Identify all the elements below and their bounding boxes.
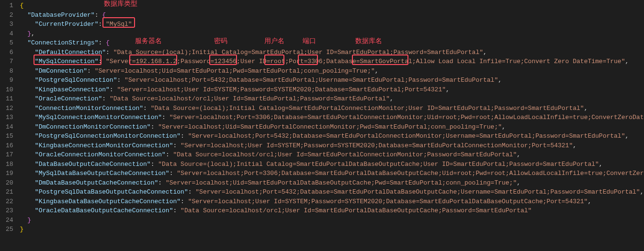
json-value: "Server=localhost;Uid=SmartEduPortalConn… <box>158 123 502 131</box>
json-key: "KingbaseConnectionMonitorConnection" <box>35 142 173 149</box>
code-editor[interactable]: 1234567891011121314151617181920212223242… <box>0 0 644 235</box>
code-line[interactable]: "DmDataBaseOutputCacheConnection": "Serv… <box>20 178 644 188</box>
json-key: "DefaultConnection" <box>35 49 106 56</box>
line-number: 16 <box>6 141 13 151</box>
code-line[interactable]: "CurrentProvider": "MySql" <box>20 20 644 29</box>
code-line[interactable]: "OracleConnection": "Data Source=localho… <box>20 94 644 104</box>
json-value: "Server=localhost;Port=5432;Database=Sma… <box>124 76 498 84</box>
json-value: "Server=localhost;User Id=SYSTEM;Passwor… <box>188 198 588 205</box>
json-key: "DmDataBaseOutputCacheConnection" <box>35 179 158 186</box>
code-line[interactable]: "OracleConnectionMonitorConnection": "Da… <box>20 150 644 160</box>
line-number: 17 <box>6 150 13 160</box>
json-key: "DmConnection" <box>35 67 87 75</box>
json-value: "Data Source=localhost/orcl;User Id=Smar… <box>110 95 390 102</box>
code-line[interactable]: "DmConnection": "Server=localhost;Uid=Sm… <box>20 66 644 76</box>
code-line[interactable]: "KingbaseConnection": "Server=localhost;… <box>20 85 644 95</box>
json-key: "DmConnectionMonitorConnection" <box>35 123 151 131</box>
code-line[interactable]: "KingbaseConnectionMonitorConnection": "… <box>20 141 644 151</box>
line-number: 9 <box>6 76 13 85</box>
json-value: "Data Source=(local);Initial Catalog=Sma… <box>151 105 584 112</box>
json-key: "PostgreSqlConnection" <box>35 76 117 84</box>
code-line[interactable]: "OracleDataBaseOutputCacheConnection": "… <box>20 206 644 216</box>
code-line[interactable]: "DmConnectionMonitorConnection": "Server… <box>20 122 644 132</box>
json-key: "KingbaseConnection" <box>35 86 110 93</box>
line-number: 22 <box>6 197 13 207</box>
code-line[interactable]: "ConnectionStrings": { <box>20 38 644 48</box>
json-key: "MySqlConnectionMonitorConnection" <box>35 114 162 121</box>
line-number: 3 <box>6 20 13 29</box>
brace: } <box>27 217 31 224</box>
brace: { <box>20 2 24 9</box>
json-key: "DataBaseOutputCacheConnection" <box>35 161 151 168</box>
line-number: 13 <box>6 113 13 122</box>
line-number: 19 <box>6 169 13 178</box>
line-number: 21 <box>6 187 13 197</box>
code-line[interactable]: "DefaultConnection": "Data Source=(local… <box>20 48 644 57</box>
line-number: 18 <box>6 160 13 169</box>
line-number: 8 <box>6 66 13 76</box>
json-value: "Server=localhost;Port=5432;Database=Sma… <box>195 188 640 196</box>
line-number: 15 <box>6 131 13 141</box>
json-key: "MySqlConnection" <box>35 58 99 65</box>
line-number: 10 <box>6 85 13 95</box>
json-value: "MySql" <box>106 21 132 28</box>
code-line[interactable]: "MySqlConnectionMonitorConnection": "Ser… <box>20 113 644 122</box>
brace: } <box>20 226 24 233</box>
json-value: "Server=localhost;User Id=SYSTEM;Passwor… <box>181 142 573 149</box>
code-line[interactable]: "PostgreSqlDataBaseOutputCacheConnection… <box>20 187 644 197</box>
code-line[interactable]: "PostgreSqlConnectionMonitorConnection":… <box>20 131 644 141</box>
json-key: "DatabaseProvider" <box>27 11 94 19</box>
line-number: 5 <box>6 38 13 48</box>
line-number: 2 <box>6 11 13 20</box>
line-number: 1 <box>6 1 13 11</box>
json-value: "Data Source=localhost/orcl;User Id=Smar… <box>181 207 531 214</box>
json-key: "ConnectionStrings" <box>27 39 98 46</box>
json-key: "CurrentProvider" <box>35 21 99 28</box>
line-number: 7 <box>6 57 13 66</box>
line-number-gutter: 1234567891011121314151617181920212223242… <box>0 0 20 235</box>
line-number: 4 <box>6 29 13 39</box>
code-line[interactable]: } <box>20 216 644 225</box>
json-key: "MySqlDataBaseOutputCacheConnection" <box>35 170 169 177</box>
json-value: "Data Source=localhost/orcl;User Id=Smar… <box>173 151 517 158</box>
json-value: "Server=localhost;Uid=SmartEduPortal;Pwd… <box>95 67 375 75</box>
json-value: "Data Source=(local);Initial Catalog=Sma… <box>113 49 483 56</box>
json-value: "Server=localhost;User Id=SYSTEM;Passwor… <box>117 86 446 93</box>
json-value: "Server=localhost;Port=5432;Database=Sma… <box>188 132 625 140</box>
line-number: 24 <box>6 216 13 225</box>
code-line[interactable]: { <box>20 1 644 11</box>
json-key: "OracleDataBaseOutputCacheConnection" <box>35 207 173 214</box>
json-value: "Server=192.168.1.2;Password=123456;User… <box>106 58 625 65</box>
line-number: 20 <box>6 178 13 188</box>
json-key: "OracleConnectionMonitorConnection" <box>35 151 166 158</box>
line-number: 11 <box>6 94 13 104</box>
code-line[interactable]: "PostgreSqlConnection": "Server=localhos… <box>20 76 644 85</box>
json-key: "ConnectionMonitorConnection" <box>35 105 143 112</box>
line-number: 14 <box>6 122 13 132</box>
json-key: "PostgreSqlDataBaseOutputCacheConnection… <box>35 188 188 196</box>
code-line[interactable]: "ConnectionMonitorConnection": "Data Sou… <box>20 104 644 113</box>
line-number: 23 <box>6 206 13 216</box>
code-line[interactable]: "KingbaseDataBaseOutputCacheConnection":… <box>20 197 644 207</box>
json-value: "Server=localhost;Uid=SmartEduPortalData… <box>166 179 517 186</box>
code-line[interactable]: "DataBaseOutputCacheConnection": "Data S… <box>20 160 644 169</box>
json-value: "Server=localhost;Port=3306;Database=Sma… <box>177 170 644 177</box>
json-key: "OracleConnection" <box>35 95 102 102</box>
line-number: 12 <box>6 104 13 113</box>
code-area[interactable]: { "DatabaseProvider": { "CurrentProvider… <box>20 0 644 235</box>
json-key: "PostgreSqlConnectionMonitorConnection" <box>35 132 181 140</box>
json-value: "Data Source=(local);Initial Catalog=Sma… <box>158 161 599 168</box>
json-value: "Server=localhost;Port=3306;Database=Sma… <box>169 114 644 121</box>
json-key: "KingbaseDataBaseOutputCacheConnection" <box>35 198 181 205</box>
code-line[interactable]: "MySqlConnection": "Server=192.168.1.2;P… <box>20 57 644 66</box>
code-line[interactable]: "MySqlDataBaseOutputCacheConnection": "S… <box>20 169 644 178</box>
code-line[interactable]: "DatabaseProvider": { <box>20 11 644 20</box>
code-line[interactable]: }, <box>20 29 644 39</box>
line-number: 25 <box>6 225 13 234</box>
code-line[interactable]: } <box>20 225 644 234</box>
line-number: 6 <box>6 48 13 57</box>
